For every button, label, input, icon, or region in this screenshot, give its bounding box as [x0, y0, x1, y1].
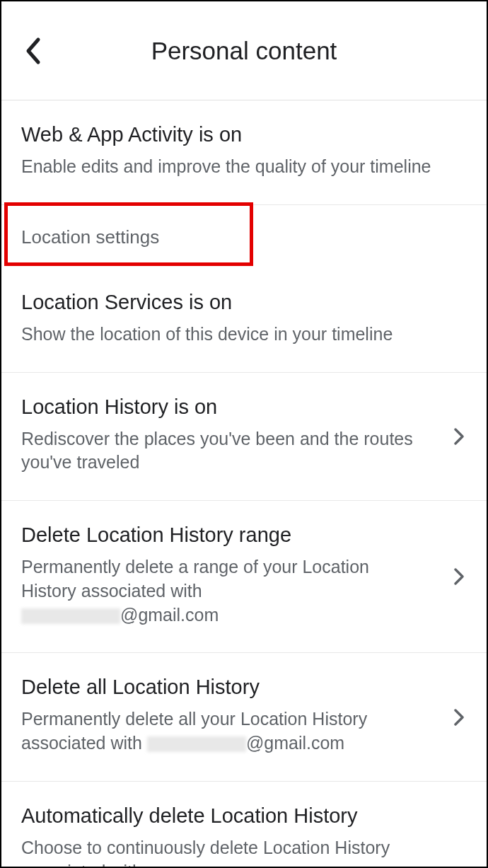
chevron-right-icon: [451, 707, 467, 728]
location-history-description: Rediscover the places you've been and th…: [21, 427, 467, 475]
chevron-left-icon: [23, 37, 42, 65]
delete-all-email-suffix: @gmail.com: [246, 733, 344, 753]
delete-all-item[interactable]: Delete all Location History Permanently …: [1, 653, 487, 781]
delete-range-email-suffix: @gmail.com: [120, 605, 219, 625]
location-settings-label: Location settings: [21, 226, 467, 248]
auto-delete-title: Automatically delete Location History: [21, 804, 467, 828]
location-services-title: Location Services is on: [21, 291, 467, 314]
location-services-section: Location Services is on Show the locatio…: [1, 260, 487, 373]
location-history-section: Location History is on Rediscover the pl…: [1, 373, 487, 502]
auto-delete-section: Automatically delete Location History Ch…: [1, 782, 487, 868]
delete-range-section: Delete Location History range Permanentl…: [1, 501, 487, 653]
web-activity-section: Web & App Activity is on Enable edits an…: [1, 100, 487, 205]
back-button[interactable]: [18, 37, 47, 65]
chevron-right-icon: [451, 566, 467, 587]
auto-delete-item[interactable]: Automatically delete Location History Ch…: [1, 782, 487, 868]
web-app-activity-item[interactable]: Web & App Activity is on Enable edits an…: [1, 100, 487, 204]
header: Personal content: [1, 1, 487, 100]
chevron-right-icon: [451, 426, 467, 447]
delete-range-description: Permanently delete a range of your Locat…: [21, 555, 467, 627]
delete-range-item[interactable]: Delete Location History range Permanentl…: [1, 501, 487, 652]
delete-range-desc-prefix: Permanently delete a range of your Locat…: [21, 557, 369, 601]
location-services-item[interactable]: Location Services is on Show the locatio…: [1, 260, 487, 372]
delete-all-description: Permanently delete all your Location His…: [21, 707, 467, 756]
auto-delete-description: Choose to continuously delete Location H…: [21, 836, 467, 868]
redacted-email-user: [21, 608, 120, 624]
web-activity-description: Enable edits and improve the quality of …: [21, 155, 467, 179]
location-history-title: Location History is on: [21, 395, 467, 419]
redacted-email-user: [147, 736, 246, 752]
location-history-item[interactable]: Location History is on Rediscover the pl…: [1, 373, 487, 501]
page-title: Personal content: [16, 37, 472, 65]
delete-all-section: Delete all Location History Permanently …: [1, 653, 487, 782]
location-services-description: Show the location of this device in your…: [21, 323, 467, 347]
web-activity-title: Web & App Activity is on: [21, 123, 467, 146]
location-settings-header: Location settings: [1, 205, 487, 260]
delete-range-title: Delete Location History range: [21, 523, 467, 547]
delete-all-title: Delete all Location History: [21, 676, 467, 699]
